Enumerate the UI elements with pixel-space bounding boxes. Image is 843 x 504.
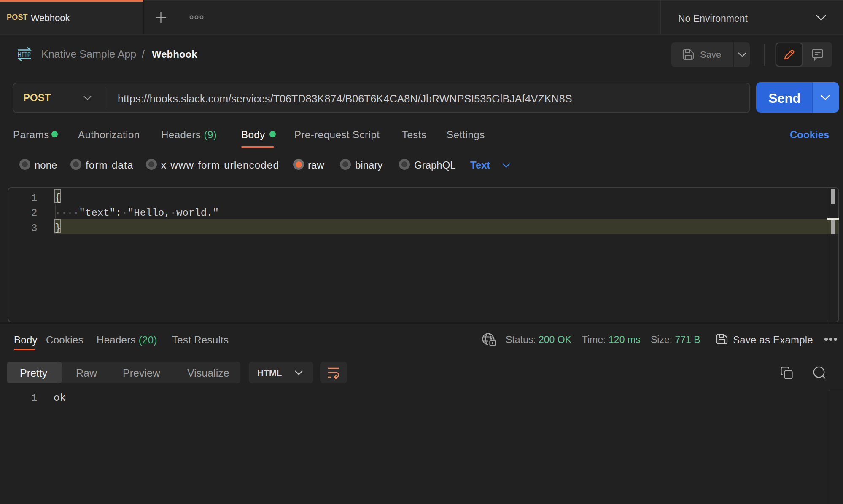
svg-text:HTTP: HTTP (18, 50, 31, 59)
